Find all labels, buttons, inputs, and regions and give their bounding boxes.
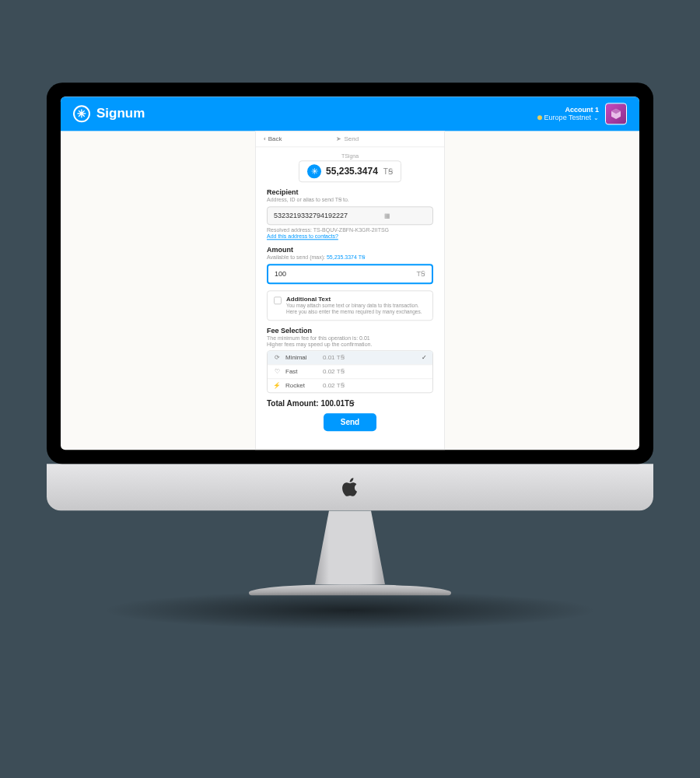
send-button[interactable]: Send xyxy=(324,414,376,432)
brand-logo-icon xyxy=(73,105,90,122)
apple-logo-icon xyxy=(339,476,361,498)
add-contact-link[interactable]: Add this address to contacts? xyxy=(267,233,338,239)
app-header: Signum Account 1 Europe Testnet ⌄ xyxy=(61,96,639,131)
balance-section: TSigna ✳ 55,235.3474 TꞨ xyxy=(267,153,433,182)
network-row: Europe Testnet ⌄ xyxy=(537,114,599,121)
balance-box[interactable]: ✳ 55,235.3474 TꞨ xyxy=(299,160,401,182)
monitor-stand-neck xyxy=(315,510,385,584)
account-avatar-icon xyxy=(605,103,627,124)
back-label: Back xyxy=(268,135,282,142)
token-label: TSigna xyxy=(267,153,433,159)
send-tab-label: Send xyxy=(344,135,359,142)
fee-option-rocket[interactable]: ⚡ Rocket 0.02 TꞨ xyxy=(268,379,432,393)
recipient-label: Recipient xyxy=(267,188,433,196)
fee-hint2: Higher fees may speed up the confirmatio… xyxy=(267,342,433,348)
send-icon: ➤ xyxy=(336,135,341,142)
cube-icon xyxy=(610,107,622,120)
resolved-address: Resolved address: TS-BQUV-ZBFN-K3GR-2IIT… xyxy=(267,227,433,233)
fee-option-minimal[interactable]: ⟳ Minimal 0.01 TꞨ ✓ xyxy=(268,352,432,365)
rocket-icon: ⚡ xyxy=(273,383,281,390)
max-amount-link[interactable]: 55,235.3374 TꞨ xyxy=(327,254,365,260)
chevron-down-icon: ⌄ xyxy=(593,114,599,121)
recipient-hint: Address, ID or alias to send TꞨ to. xyxy=(267,197,433,203)
network-status-icon xyxy=(537,115,542,120)
card-header: ‹ Back ➤ Send xyxy=(256,131,444,147)
fee-options: ⟳ Minimal 0.01 TꞨ ✓ ♡ Fast 0.02 TꞨ xyxy=(267,351,433,394)
back-button[interactable]: ‹ Back xyxy=(264,135,282,142)
amount-suffix: TꞨ xyxy=(417,270,426,278)
network-name: Europe Testnet xyxy=(544,114,591,121)
card-body: TSigna ✳ 55,235.3474 TꞨ Recipient Addres… xyxy=(256,147,444,437)
account-selector[interactable]: Account 1 Europe Testnet ⌄ xyxy=(537,103,627,124)
additional-text-box[interactable]: Additional Text You may attach some text… xyxy=(267,290,433,321)
balance-symbol: TꞨ xyxy=(383,167,393,176)
send-tab[interactable]: ➤ Send xyxy=(336,135,359,142)
fee-label: Fee Selection xyxy=(267,328,433,335)
app-window: Signum Account 1 Europe Testnet ⌄ xyxy=(61,96,639,450)
monitor-shadow xyxy=(101,591,599,629)
fee-option-fast[interactable]: ♡ Fast 0.02 TꞨ xyxy=(268,365,432,379)
account-name: Account 1 xyxy=(537,106,599,114)
qr-icon[interactable]: ▦ xyxy=(384,212,390,219)
total-amount: Total Amount: 100.01TꞨ xyxy=(267,400,433,408)
additional-checkbox[interactable] xyxy=(274,296,282,304)
monitor-chin xyxy=(47,464,653,510)
token-icon: ✳ xyxy=(307,164,321,178)
monitor-bezel: Signum Account 1 Europe Testnet ⌄ xyxy=(47,82,653,464)
minimal-icon: ⟳ xyxy=(273,355,281,362)
amount-hint: Available to send (max): 55,235.3374 TꞨ xyxy=(267,254,433,261)
heart-icon: ♡ xyxy=(273,369,281,376)
amount-label: Amount xyxy=(267,246,433,254)
brand-name: Signum xyxy=(96,106,145,121)
check-icon: ✓ xyxy=(422,355,427,362)
recipient-value: 5323219332794192227 xyxy=(274,212,348,219)
amount-input[interactable]: 100 TꞨ xyxy=(267,264,433,284)
imac-mockup: Signum Account 1 Europe Testnet ⌄ xyxy=(47,82,653,629)
amount-value: 100 xyxy=(275,270,286,278)
chevron-left-icon: ‹ xyxy=(264,135,266,142)
additional-desc: You may attach some text or binary data … xyxy=(286,303,426,315)
send-card: ‹ Back ➤ Send TSigna ✳ xyxy=(255,131,445,450)
brand-block: Signum xyxy=(73,105,145,122)
balance-value: 55,235.3474 xyxy=(326,166,378,177)
account-text: Account 1 Europe Testnet ⌄ xyxy=(537,106,599,121)
additional-title: Additional Text xyxy=(286,296,426,303)
main-content: ‹ Back ➤ Send TSigna ✳ xyxy=(61,131,639,450)
fee-hint1: The minimum fee for this operation is: 0… xyxy=(267,336,433,342)
recipient-input[interactable]: 5323219332794192227 ▦ xyxy=(267,206,433,225)
